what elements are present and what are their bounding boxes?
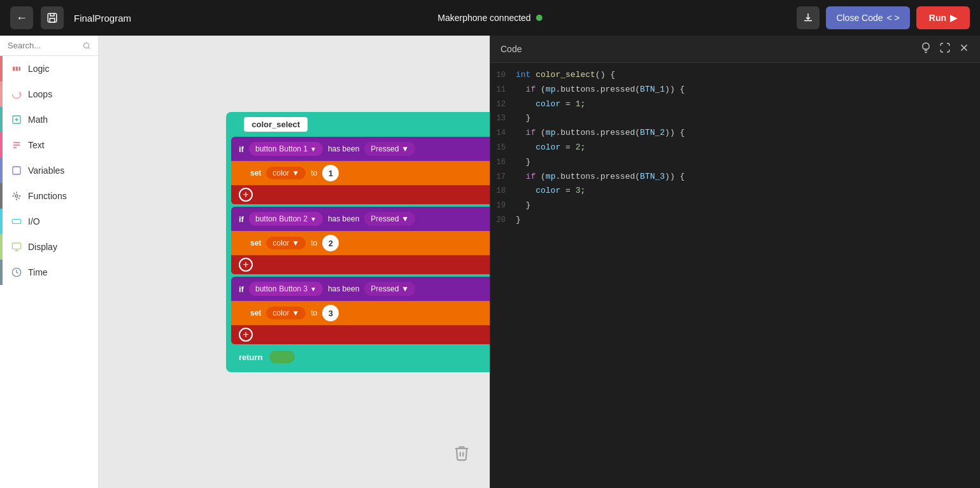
svg-rect-2 bbox=[13, 67, 15, 71]
svg-rect-6 bbox=[13, 167, 20, 174]
has-been-2: has been bbox=[328, 214, 359, 223]
program-title: FinalProgram bbox=[74, 13, 131, 24]
code-line: 11 if (mp.buttons.pressed(BTN_1)) { bbox=[490, 83, 980, 97]
set-keyword-1: set bbox=[250, 169, 261, 178]
if-block-3: if button Button 3 ▼ has been Pressed ▼ … bbox=[231, 277, 490, 344]
blocks-container: to color_select if button Button 1 ▼ bbox=[226, 112, 490, 372]
back-button[interactable]: ← bbox=[10, 6, 33, 29]
add-row-3: + bbox=[231, 325, 490, 344]
code-panel: Code 10 int color_select() { bbox=[490, 36, 980, 488]
code-line: 20 } bbox=[490, 213, 980, 228]
set-keyword-2: set bbox=[250, 239, 261, 247]
sidebar-item-io[interactable]: I/O bbox=[0, 209, 98, 234]
trash-icon[interactable] bbox=[453, 444, 471, 469]
code-line: 10 int color_select() { bbox=[490, 68, 980, 83]
header: ← FinalProgram Makerphone connected Clos… bbox=[0, 0, 980, 36]
display-icon bbox=[11, 242, 22, 252]
sidebar: Logic Loops Math Text Variables Function… bbox=[0, 36, 99, 488]
download-button[interactable] bbox=[797, 6, 820, 29]
expand-button[interactable] bbox=[939, 42, 951, 56]
sidebar-item-text[interactable]: Text bbox=[0, 132, 98, 158]
canvas-area[interactable]: to color_select if button Button 1 ▼ bbox=[99, 36, 490, 488]
number-1: 1 bbox=[322, 165, 339, 181]
search-icon bbox=[83, 41, 90, 50]
to-3: to bbox=[311, 309, 317, 317]
code-line: 12 color = 1; bbox=[490, 97, 980, 112]
add-row-2: + bbox=[231, 255, 490, 274]
pressed-badge-2[interactable]: Pressed ▼ bbox=[364, 212, 415, 226]
has-been-1: has been bbox=[328, 144, 359, 153]
code-header-icons bbox=[920, 42, 970, 56]
run-button[interactable]: Run ▶ bbox=[916, 6, 970, 29]
button-badge-1[interactable]: button Button 1 ▼ bbox=[249, 142, 323, 156]
code-lines: 10 int color_select() { 11 if (mp.button… bbox=[490, 63, 980, 233]
code-line: 18 color = 3; bbox=[490, 184, 980, 199]
number-3: 3 bbox=[322, 305, 339, 321]
svg-rect-9 bbox=[12, 243, 20, 249]
code-line: 14 if (mp.buttons.pressed(BTN_2)) { bbox=[490, 126, 980, 141]
connection-text: Makerphone connected bbox=[437, 13, 530, 23]
close-panel-button[interactable] bbox=[958, 42, 970, 56]
if-block-2: if button Button 2 ▼ has been Pressed ▼ … bbox=[231, 207, 490, 274]
search-box[interactable] bbox=[0, 36, 98, 56]
svg-point-1 bbox=[83, 43, 89, 48]
add-row-1: + bbox=[231, 185, 490, 204]
if-row-1: if button Button 1 ▼ has been Pressed ▼ … bbox=[231, 137, 490, 161]
lightbulb-button[interactable] bbox=[920, 42, 932, 56]
fn-name-badge[interactable]: color_select bbox=[244, 117, 308, 132]
code-line: 17 if (mp.buttons.pressed(BTN_3)) { bbox=[490, 170, 980, 185]
return-block: return bbox=[231, 347, 490, 367]
close-code-button[interactable]: Close Code < > bbox=[826, 6, 909, 29]
save-button[interactable] bbox=[41, 6, 64, 29]
code-line: 19 } bbox=[490, 199, 980, 213]
add-button-3[interactable]: + bbox=[239, 328, 253, 342]
if-keyword-3: if bbox=[239, 284, 244, 294]
sidebar-item-variables[interactable]: Variables bbox=[0, 158, 98, 183]
sidebar-item-logic[interactable]: Logic bbox=[0, 56, 98, 81]
sidebar-item-time[interactable]: Time bbox=[0, 260, 98, 285]
add-button-1[interactable]: + bbox=[239, 188, 253, 202]
button-badge-2[interactable]: button Button 2 ▼ bbox=[249, 212, 323, 226]
pressed-badge-3[interactable]: Pressed ▼ bbox=[364, 282, 415, 296]
color-badge-1[interactable]: color ▼ bbox=[266, 167, 306, 179]
return-label: return bbox=[239, 352, 263, 362]
text-icon bbox=[11, 140, 22, 150]
set-row-1: set color ▼ to 1 bbox=[231, 161, 490, 185]
svg-rect-8 bbox=[12, 220, 20, 224]
sidebar-label-io: I/O bbox=[28, 216, 40, 227]
return-toggle[interactable] bbox=[269, 351, 295, 363]
pressed-badge-1[interactable]: Pressed ▼ bbox=[364, 142, 415, 156]
sidebar-item-display[interactable]: Display bbox=[0, 234, 98, 260]
sidebar-item-math[interactable]: Math bbox=[0, 107, 98, 132]
button3-text: Button 3 bbox=[279, 284, 308, 293]
if-row-3: if button Button 3 ▼ has been Pressed ▼ … bbox=[231, 277, 490, 301]
add-button-2[interactable]: + bbox=[239, 258, 253, 272]
code-line: 15 color = 2; bbox=[490, 141, 980, 155]
set-row-3: set color ▼ to 3 bbox=[231, 301, 490, 325]
color-badge-2[interactable]: color ▼ bbox=[266, 237, 306, 249]
sidebar-label-variables: Variables bbox=[28, 165, 64, 176]
if-block-1: if button Button 1 ▼ has been Pressed ▼ … bbox=[231, 137, 490, 204]
has-been-3: has been bbox=[328, 284, 359, 293]
fn-header: to color_select bbox=[231, 117, 490, 132]
code-header: Code bbox=[490, 36, 980, 63]
io-icon bbox=[11, 216, 22, 227]
header-actions: Close Code < > Run ▶ bbox=[797, 6, 970, 29]
sidebar-label-display: Display bbox=[28, 242, 57, 252]
if-row-2: if button Button 2 ▼ has been Pressed ▼ … bbox=[231, 207, 490, 231]
code-line: 13 } bbox=[490, 111, 980, 126]
main-layout: Logic Loops Math Text Variables Function… bbox=[0, 36, 980, 488]
sidebar-label-time: Time bbox=[28, 267, 48, 277]
if-keyword-1: if bbox=[239, 144, 244, 154]
sidebar-label-logic: Logic bbox=[28, 64, 49, 74]
connection-status: Makerphone connected bbox=[437, 13, 542, 23]
variables-icon bbox=[11, 165, 22, 176]
sidebar-label-functions: Functions bbox=[28, 191, 67, 201]
math-icon bbox=[11, 115, 22, 125]
sidebar-item-functions[interactable]: Functions bbox=[0, 183, 98, 209]
code-line: 16 } bbox=[490, 155, 980, 170]
search-input[interactable] bbox=[8, 41, 79, 50]
button-badge-3[interactable]: button Button 3 ▼ bbox=[249, 282, 323, 296]
color-badge-3[interactable]: color ▼ bbox=[266, 307, 306, 319]
sidebar-item-loops[interactable]: Loops bbox=[0, 81, 98, 107]
